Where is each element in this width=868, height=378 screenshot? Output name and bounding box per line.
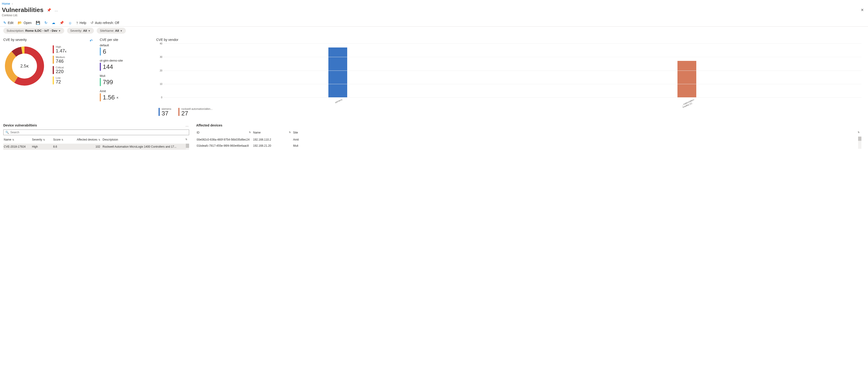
chart-bar[interactable] [329,47,347,97]
legend-value: 1.47ᴋ [56,48,67,54]
panel-cve-by-severity: CVE by severity ↶ 2.5ᴋ High 1.47ᴋ Medium… [3,38,93,87]
panel-cve-per-site: CVE per site default 6ot-gtm-demo-site 1… [100,38,149,105]
auto-refresh-button[interactable]: ↺Auto refresh: Off [91,21,119,25]
site-name: default [100,43,149,47]
site-item[interactable]: Amit 1.56ᴋ [100,89,149,101]
vendor-legend-item[interactable]: siemens 37 [159,107,171,116]
table-row[interactable]: 01bdeafc-7817-455e-96f4-960e46e4aac8192.… [196,143,861,149]
affected-devices-table: ID⇅ Name⇅ Site⇅ 00e082c0-638a-480f-9754-… [196,130,861,149]
x-label: siemens [335,98,343,104]
legend-value: 746 [56,59,65,64]
close-icon[interactable]: ✕ [861,8,866,12]
vulnerabilities-table: Name⇅ Severity⇅ Score⇅ Affected devices⇅… [3,137,189,150]
col-id[interactable]: ID⇅ [196,130,253,137]
pin-icon[interactable]: 📌 [47,8,51,12]
scrollbar[interactable] [858,137,861,149]
share-icon[interactable]: ☁ [52,21,55,25]
breadcrumb: Home › [0,0,868,5]
severity-legend-item[interactable]: Medium 746 [53,56,67,64]
site-item[interactable]: ot-gtm-demo-site 144 [100,59,149,71]
y-tick: 0 [161,96,162,99]
site-color-bar [100,78,101,86]
scrollbar-thumb[interactable] [858,137,861,141]
legend-color-bar [178,108,180,116]
filter-sitename[interactable]: SiteName: All▼ [97,28,126,34]
legend-color-bar [53,56,54,64]
col-severity[interactable]: Severity⇅ [32,137,53,144]
legend-label: Critical [56,66,64,69]
more-icon[interactable]: … [55,8,59,12]
panel-cve-by-vendor: CVE by vendor 010203040 siemens...mation… [156,38,861,116]
site-color-bar [100,93,101,101]
col-name[interactable]: Name⇅ [3,137,32,144]
refresh-icon[interactable]: ↻ [44,21,48,25]
panel-title: CVE per site [100,38,149,42]
legend-color-bar [53,76,54,84]
panel-affected-devices: Affected devices ID⇅ Name⇅ Site⇅ 00e082c… [196,124,861,150]
vendor-bar-chart[interactable]: 010203040 siemens...mation/allen-bradley… [163,43,861,98]
col-name[interactable]: Name⇅ [253,130,292,137]
search-box[interactable]: 🔍 [3,130,189,135]
filter-severity[interactable]: Severity: All▼ [67,28,94,34]
y-tick: 10 [160,82,162,85]
chevron-down-icon: ▼ [88,29,91,32]
legend-label: High [56,45,67,48]
site-name: Muli [100,74,149,77]
site-value: 799 [103,79,113,85]
y-tick: 20 [160,69,162,72]
scrollbar[interactable] [186,144,189,150]
legend-value: 72 [56,79,61,84]
legend-color-bar [53,66,54,74]
table-row[interactable]: CVE-2018-17924High8.6102Rockwell Automat… [3,144,189,150]
smiley-icon[interactable]: ☺ [68,21,72,25]
panel-title: CVE by severity [3,38,27,42]
legend-color-bar [53,45,54,54]
question-icon: ? [76,21,78,25]
pin-toolbar-icon[interactable]: 📌 [60,21,64,25]
undo-icon[interactable]: ↶ [90,39,93,43]
filter-subscription[interactable]: Subscription: Rome ILDC - IoT - Dev▼ [3,28,64,34]
site-color-bar [100,63,101,71]
col-description[interactable]: Descriptsion⇅ [102,137,189,144]
site-value: 144 [103,64,113,70]
site-item[interactable]: Muli 799 [100,74,149,86]
chart-bar[interactable] [678,61,696,97]
legend-value: 27 [181,110,213,116]
filter-bar: Subscription: Rome ILDC - IoT - Dev▼ Sev… [3,28,861,34]
col-score[interactable]: Score⇅ [53,137,74,144]
section-title: Device vulnerabiltieis [3,124,37,127]
y-tick: 40 [160,42,162,45]
site-color-bar [100,47,101,56]
chevron-down-icon: ▼ [58,29,61,32]
legend-label: Medium [56,56,65,59]
site-name: ot-gtm-demo-site [100,59,149,62]
folder-open-icon: 📂 [18,21,22,25]
scrollbar-thumb[interactable] [186,144,189,148]
section-title: Affected devices [196,124,222,127]
severity-legend-item[interactable]: Critical 220 [53,66,67,74]
more-icon[interactable]: … [185,124,189,127]
site-item[interactable]: default 6 [100,43,149,56]
tenant-name: Contoso Ltd. [0,14,868,19]
severity-donut-chart[interactable]: 2.5ᴋ [3,45,45,87]
vendor-legend-item[interactable]: rockwell automation/allen... 27 [178,107,213,116]
table-row[interactable]: 00e082c0-638a-480f-9754-56b035d6ec24192.… [196,137,861,143]
panel-title: CVE by vendor [156,38,861,42]
panel-device-vulnerabilities: Device vulnerabiltieis… 🔍 Name⇅ Severity… [3,124,189,150]
severity-legend-item[interactable]: High 1.47ᴋ [53,45,67,54]
open-button[interactable]: 📂Open [18,21,32,25]
col-site[interactable]: Site⇅ [292,130,861,137]
site-name: Amit [100,89,149,93]
edit-button[interactable]: ✎Edit [3,21,13,25]
help-button[interactable]: ?Help [76,21,86,25]
search-input[interactable] [10,131,187,134]
col-affected[interactable]: Affected devices⇅ [74,137,102,144]
severity-legend-item[interactable]: Low 72 [53,76,67,84]
save-icon[interactable]: 💾 [36,21,40,25]
search-icon: 🔍 [5,131,9,134]
legend-value: 37 [162,110,171,116]
clock-refresh-icon: ↺ [91,21,94,25]
legend-color-bar [159,108,160,116]
chevron-down-icon: ▼ [120,29,123,32]
breadcrumb-home[interactable]: Home [2,2,10,5]
